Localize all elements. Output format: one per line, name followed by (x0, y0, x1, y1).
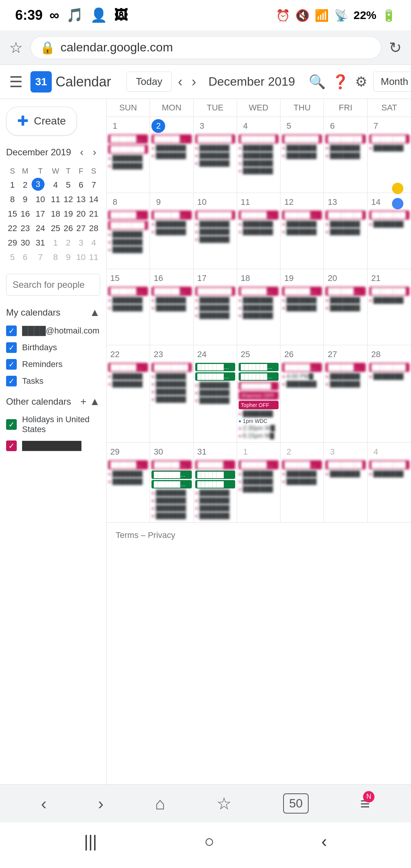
refresh-icon[interactable]: ↻ (389, 39, 402, 56)
event[interactable]: ████████ (369, 460, 409, 469)
mini-cal-day[interactable]: 5 (6, 250, 19, 265)
reminders-checkbox[interactable]: ✓ (6, 359, 17, 370)
event-dot[interactable]: ███████ (195, 228, 235, 235)
email-calendar-checkbox[interactable]: ✓ (6, 326, 17, 336)
event-dot[interactable]: ███████ (369, 145, 409, 152)
event[interactable]: ████████ (325, 134, 365, 144)
event-dot[interactable]: ███████ (108, 163, 148, 169)
hamburger-menu[interactable]: ☰ (9, 73, 23, 91)
event-dot[interactable]: ███████ (195, 497, 235, 504)
day-dec-31[interactable]: 31 ████████████ ███████ ███████ ███████ … (194, 443, 237, 522)
mini-cal-day[interactable]: 1 (6, 178, 19, 192)
event-dot[interactable]: ███████ (369, 297, 409, 304)
privacy-link[interactable]: Privacy (148, 530, 175, 540)
mini-cal-day[interactable]: 7 (32, 250, 49, 265)
mini-cal-day[interactable]: 3 (75, 236, 87, 250)
event-dot[interactable]: ███████ (108, 381, 148, 388)
event[interactable]: ████████ (325, 211, 365, 220)
day-dec-23[interactable]: 23 ████████ ███████ ███████ ███████ ████… (150, 345, 193, 442)
event-dot[interactable]: ███████ (282, 221, 322, 228)
mini-cal-day[interactable]: 26 (62, 221, 75, 236)
menu-button[interactable]: ≡ N (360, 794, 370, 813)
event-dot[interactable]: ███████ (325, 228, 365, 235)
event[interactable]: ████████████ (325, 287, 365, 296)
browser-back-button[interactable]: ‹ (41, 794, 47, 813)
mini-cal-day[interactable]: 2 (62, 236, 75, 250)
prev-month-button[interactable]: ‹ (175, 71, 185, 93)
event-green[interactable]: ███████████ (195, 363, 235, 371)
day-dec-2[interactable]: 2 ████████████ ███████ ███████ (150, 117, 193, 193)
event-dot[interactable]: ███████ (108, 471, 148, 477)
event-dot[interactable]: ███████ (195, 505, 235, 512)
event-dot[interactable]: ███████ (282, 478, 322, 485)
event-dot[interactable]: ███████ (108, 297, 148, 304)
mini-cal-day[interactable]: 20 (75, 207, 87, 221)
calendar-item-holidays[interactable]: ✓ Holidays in United States (6, 412, 100, 437)
event-dot[interactable]: ███████ (195, 236, 235, 243)
event-dot[interactable]: ███████ (151, 512, 191, 519)
mini-cal-day[interactable]: 4 (49, 178, 62, 192)
day-dec-26[interactable]: 26 ████████████ 4:00 PM█ ███████ (280, 345, 324, 442)
mini-cal-day[interactable]: 9 (62, 250, 75, 265)
event-dot[interactable]: ███████ (195, 160, 235, 167)
mini-cal-day[interactable]: 14 (88, 192, 100, 207)
event[interactable]: ████████ (108, 145, 148, 154)
event[interactable]: ████████████ (108, 211, 148, 220)
day-dec-18[interactable]: 18 ████████████ ███████ ███████ ███████ (237, 269, 280, 345)
day-dec-10[interactable]: 10 ████████ ███████ ███████ ███████ (194, 193, 237, 269)
event-dot[interactable]: ███████ (151, 381, 191, 388)
settings-icon[interactable]: ⚙ (355, 74, 367, 90)
mini-cal-day[interactable]: 22 (6, 221, 19, 236)
event-dot[interactable]: ███████ (325, 152, 365, 159)
day-dec-27[interactable]: 27 ████████████ ███████ ███████ (324, 345, 367, 442)
event[interactable]: ████████ (369, 287, 409, 296)
search-people-input[interactable] (6, 274, 100, 296)
mini-cal-day[interactable]: 18 (49, 207, 62, 221)
mini-cal-day[interactable]: 28 (88, 221, 100, 236)
mini-cal-day[interactable]: 6 (75, 178, 87, 192)
holidays-checkbox[interactable]: ✓ (6, 419, 17, 430)
day-dec-15[interactable]: 15 ████████████ ███████ ███████ (107, 269, 150, 345)
next-month-button[interactable]: › (188, 71, 199, 93)
event-dot[interactable]: ███████ (369, 221, 409, 228)
mini-cal-day[interactable]: 6 (19, 250, 31, 265)
event-dot[interactable]: ███████ (282, 297, 322, 304)
event-dot[interactable]: ███████ (239, 478, 279, 485)
event-dot[interactable]: ███████ (239, 221, 279, 228)
collapse-other-calendars-icon[interactable]: ▲ (89, 396, 100, 408)
day-jan-3[interactable]: 3 ████████ ███████ (324, 443, 367, 522)
event-dot[interactable]: ███████ (369, 373, 409, 380)
day-dec-25[interactable]: 25 ███████████ ███████████ ████████ Shan… (237, 345, 280, 442)
day-jan-2[interactable]: 2 ████████████ ███████ ███████ (280, 443, 324, 522)
day-dec-12[interactable]: 12 ████████████ ███████ ███████ (280, 193, 324, 269)
calendar-item-reminders[interactable]: ✓ Reminders (6, 356, 100, 373)
event-dot[interactable]: ███████ (239, 471, 279, 477)
calendar-item-tasks[interactable]: ✓ Tasks (6, 373, 100, 389)
event[interactable]: ████████ (195, 134, 235, 144)
event[interactable]: ████████████ (325, 363, 365, 372)
event-dot[interactable]: ███████ (282, 471, 322, 477)
event-dot[interactable]: ███████ (108, 373, 148, 380)
event-dot-wdc[interactable]: 1pm WDC (239, 418, 279, 424)
day-dec-28[interactable]: 28 ████████ ███████ (368, 345, 411, 442)
mini-cal-day[interactable]: 10 (32, 192, 49, 207)
day-dec-17[interactable]: 17 ████████ ███████ ███████ ███████ (194, 269, 237, 345)
event-dot[interactable]: ███████ (239, 160, 279, 167)
event-dot[interactable]: ███████ (239, 168, 279, 174)
mini-cal-day[interactable]: 24 (32, 221, 49, 236)
mini-cal-day[interactable]: 8 (6, 192, 19, 207)
event-dot[interactable]: ███████ (151, 297, 191, 304)
mini-cal-day[interactable]: 15 (6, 207, 19, 221)
event-dot[interactable]: ███████ (369, 471, 409, 477)
event[interactable]: ████████████ (151, 460, 191, 469)
event[interactable]: ████████████ (108, 287, 148, 296)
event[interactable]: ████████ (369, 363, 409, 372)
event-dot[interactable]: ███████ (239, 145, 279, 152)
day-dec-7[interactable]: 7 ████████ ███████ (368, 117, 411, 193)
day-dec-22[interactable]: 22 ████████████ ███████ ███████ (107, 345, 150, 442)
event-dot[interactable]: ███████ (151, 152, 191, 159)
day-dec-14[interactable]: 14 ████████ ███████ (368, 193, 411, 269)
event-green-nye2[interactable]: ███████████ (151, 480, 191, 488)
event-dot[interactable]: ███████ (151, 388, 191, 395)
day-dec-30[interactable]: 30 ████████████ ███████████ ███████████ … (150, 443, 193, 522)
